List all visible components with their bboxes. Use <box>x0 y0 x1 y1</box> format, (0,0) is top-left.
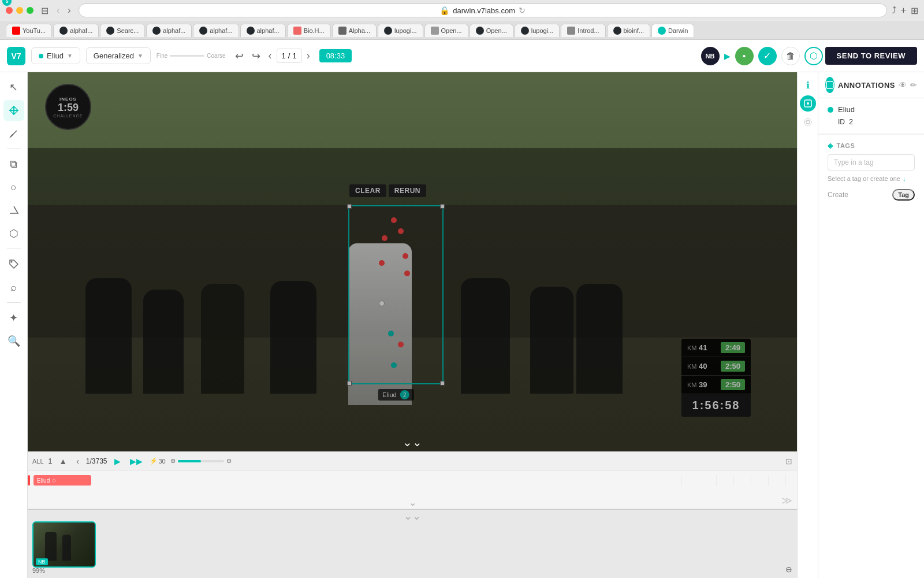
zoom-tool-btn[interactable]: 🔍 <box>3 331 24 351</box>
new-tab-btn[interactable]: + <box>901 5 906 16</box>
dataset-dropdown[interactable]: Eliud ▼ <box>31 47 80 64</box>
zoom-level: 99% <box>32 567 45 574</box>
brush-tool-btn[interactable] <box>3 123 24 144</box>
annotation-type-dropdown[interactable]: Generalized ▼ <box>86 47 151 64</box>
sidebar-toggle-btn[interactable]: ⊟ <box>38 4 51 17</box>
id-label: ID <box>838 118 845 126</box>
zoom-out-btn[interactable]: ⊖ <box>785 565 792 574</box>
tab-lupogi2[interactable]: lupogi... <box>515 24 560 37</box>
redo-btn[interactable]: ↪ <box>248 47 264 65</box>
frame-display: 1/3735 <box>86 457 107 465</box>
share-btn[interactable]: ⤴ <box>892 5 896 16</box>
review-icon: ⬡ <box>804 47 823 65</box>
circle-tool-btn[interactable]: ○ <box>3 177 24 198</box>
dataset-label: Eliud <box>47 51 64 60</box>
tl-up-btn[interactable]: ▲ <box>57 455 69 467</box>
favicon-v7 <box>658 27 666 35</box>
create-label: Create <box>828 191 848 199</box>
close-window-btn[interactable] <box>6 7 13 14</box>
browser-actions: ⤴ + ⊞ <box>892 5 918 16</box>
track-segment-eliud[interactable]: Eliud ◇ <box>33 475 91 486</box>
next-frame-btn[interactable]: › <box>303 47 314 64</box>
avatar-green: ● <box>735 47 754 65</box>
tab-alphaf2[interactable]: alphaf... <box>146 24 192 37</box>
magic-tool-btn[interactable]: ✦ <box>3 307 24 328</box>
annotation-list-item[interactable]: Eliud ID 2 <box>818 98 924 134</box>
back-btn[interactable]: ‹ <box>54 4 62 17</box>
tab-alpha[interactable]: Alpha... <box>332 24 377 37</box>
address-bar[interactable]: 🔒 darwin.v7labs.com ↻ <box>79 3 887 17</box>
maximize-window-btn[interactable] <box>27 7 33 14</box>
frame-nav-group: ↩ ↪ ‹ 1 / 1 › <box>232 47 314 65</box>
tl-fast-play-btn[interactable]: ▶▶ <box>128 455 145 467</box>
thumbnail-label: NB <box>36 558 48 565</box>
tool-divider-1 <box>7 149 21 149</box>
polygon-tool-btn[interactable] <box>3 200 24 221</box>
prev-frame-btn[interactable]: ‹ <box>265 47 275 64</box>
all-label: ALL <box>32 458 44 465</box>
minimize-window-btn[interactable] <box>16 7 23 14</box>
tab-youtube[interactable]: YouTu... <box>6 24 52 37</box>
zoom-in-icon: ⊕ <box>170 457 176 465</box>
tab-alphaf1[interactable]: alphaf... <box>53 24 99 37</box>
tab-bioh[interactable]: Bio.H... <box>287 24 331 37</box>
fine-coarse-control: Fine 5 Coarse <box>157 53 226 59</box>
avatar-nb: NB <box>701 47 720 65</box>
annotation-type-label: Generalized <box>94 51 134 60</box>
panel-title: ANNOTATIONS <box>838 81 895 90</box>
tag-badge-btn[interactable]: Tag <box>892 189 915 201</box>
collapse-all-btn[interactable]: ⌄⌄ <box>404 510 421 523</box>
panel-eye-btn[interactable]: 👁 <box>899 80 907 90</box>
video-frame[interactable]: CLEAR RERUN <box>28 72 797 451</box>
thumbnail-card[interactable]: NB <box>32 521 96 568</box>
tab-lupogi[interactable]: lupogi... <box>378 24 423 37</box>
tab-alphaf3[interactable]: alphaf... <box>193 24 239 37</box>
timeline-count: 1 <box>49 457 53 465</box>
tab-bioinf[interactable]: bioinf... <box>607 24 650 37</box>
tags-input[interactable] <box>828 154 915 171</box>
tab-label-youtube: YouTu... <box>23 27 46 34</box>
move-tool-btn[interactable] <box>3 100 24 121</box>
v7-logo[interactable]: V7 <box>7 47 25 65</box>
browser-nav: ⊟ ‹ › <box>38 4 74 17</box>
tab-search[interactable]: Searc... <box>100 24 145 37</box>
info-icon[interactable]: ℹ <box>800 77 816 93</box>
tl-expand-icon[interactable]: ⊡ <box>785 457 792 466</box>
grid-btn[interactable]: ⊞ <box>911 5 918 16</box>
zoom-bar[interactable] <box>178 460 224 462</box>
tab-label-open2: Open... <box>486 27 507 34</box>
tag-icon: ◈ <box>828 142 833 150</box>
copy-tool-btn[interactable]: ⧉ <box>3 154 24 175</box>
forward-btn[interactable]: › <box>65 4 73 17</box>
expand-collapse-btn[interactable]: ⌄⌄ <box>403 435 422 449</box>
zoom-fill <box>178 460 201 462</box>
panel-edit-btn[interactable]: ✏ <box>910 80 917 90</box>
undo-btn[interactable]: ↩ <box>232 47 247 65</box>
chevron-down-icon-2: ▼ <box>137 53 143 59</box>
tab-introd[interactable]: Introd... <box>561 24 605 37</box>
id-value: 2 <box>849 118 853 126</box>
tag-tool-btn[interactable] <box>3 254 24 275</box>
tl-play-btn[interactable]: ▶ <box>112 455 123 467</box>
tab-label-lupogi2: lupogi... <box>531 27 554 34</box>
tab-darwin[interactable]: Darwin <box>651 24 694 37</box>
send-to-review-btn[interactable]: SEND TO REVIEW <box>825 47 917 65</box>
fc-track: 5 <box>170 55 204 57</box>
search-tool-btn[interactable]: ⌕ <box>3 277 24 298</box>
fc-slider[interactable]: Fine 5 Coarse <box>157 53 226 59</box>
tab-open1[interactable]: Open... <box>424 24 468 37</box>
tl-prev-btn[interactable]: ‹ <box>74 455 81 467</box>
tab-open2[interactable]: Open... <box>470 24 513 37</box>
annotations-icon[interactable] <box>800 95 816 112</box>
cursor-tool-btn[interactable]: ↖ <box>3 77 24 98</box>
trash-btn[interactable]: 🗑 <box>781 47 800 65</box>
tab-label-lupogi: lupogi... <box>394 27 417 34</box>
check-btn[interactable]: ✓ <box>758 47 777 65</box>
box3d-tool-btn[interactable]: ⬡ <box>3 223 24 244</box>
chevron-down-icon[interactable]: ⌄ <box>409 497 416 508</box>
tab-alphaf4[interactable]: alphaf... <box>240 24 286 37</box>
favicon-gh7 <box>476 27 484 35</box>
favicon-introd <box>567 27 575 35</box>
track-collapse-btn[interactable]: ≫ <box>781 494 792 507</box>
settings-icon[interactable] <box>800 114 816 130</box>
